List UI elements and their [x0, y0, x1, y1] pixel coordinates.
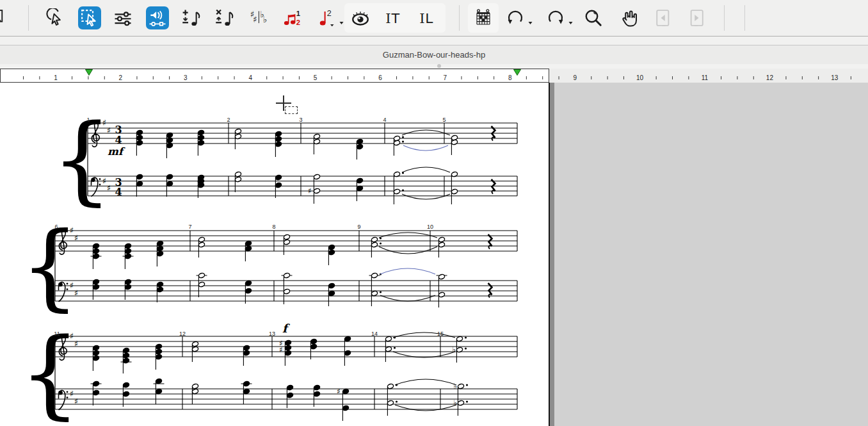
note-event[interactable] [166, 132, 173, 158]
note-event[interactable] [356, 138, 363, 160]
voice-select-button[interactable]: 12 [282, 7, 303, 29]
ruler-svg: 12345678910111213 [0, 69, 868, 83]
score-svg[interactable]: { ♯♯34 ♯♯3412345 ♯ { ♯♯ ♯♯678910 { ♯♯ ♯♯… [0, 83, 549, 426]
note-event[interactable] [136, 129, 143, 156]
zoom-tool-button[interactable] [583, 7, 604, 29]
selected-tie[interactable] [403, 145, 448, 151]
note-event[interactable] [197, 272, 207, 297]
tie[interactable] [402, 167, 450, 172]
tie[interactable] [395, 379, 456, 385]
note-event[interactable] [136, 174, 143, 197]
note-event[interactable] [344, 336, 351, 366]
insert-note-button[interactable] [181, 7, 202, 29]
key-signature-sharp: ♯ [70, 389, 74, 398]
note-event[interactable] [310, 338, 317, 359]
edit-mode-button[interactable] [0, 7, 6, 29]
note-event[interactable] [91, 243, 102, 269]
filter-settings-button[interactable] [112, 7, 134, 29]
undo-button[interactable] [504, 7, 526, 29]
tie[interactable] [402, 194, 450, 199]
key-signature-sharp: ♯ [74, 397, 78, 406]
note-event[interactable] [124, 279, 131, 300]
note-event[interactable] [385, 336, 396, 362]
lasso-pointer-icon [46, 8, 65, 28]
note-event[interactable] [234, 128, 241, 149]
note-event[interactable] [155, 343, 162, 370]
note-event[interactable]: ♯ [308, 174, 320, 204]
note-event[interactable] [488, 234, 492, 249]
undo-button-dropdown-caret[interactable] [527, 17, 533, 22]
note-event[interactable] [92, 345, 99, 371]
lasso-select-button[interactable] [45, 7, 67, 29]
note-event[interactable] [197, 174, 204, 198]
note-duration-button[interactable]: 2 [316, 7, 337, 29]
note-event[interactable] [282, 272, 293, 304]
text-tool-button[interactable]: IT [382, 7, 404, 29]
accidental: ♯ [279, 345, 283, 354]
note-event[interactable] [356, 177, 363, 201]
view-options-button[interactable] [350, 7, 371, 29]
note-event[interactable] [166, 174, 173, 197]
note-event[interactable] [197, 129, 204, 156]
score-page[interactable]: { ♯♯34 ♯♯3412345 ♯ { ♯♯ ♯♯678910 { ♯♯ ♯♯… [0, 83, 549, 426]
divider-grab-dot[interactable] [437, 64, 441, 68]
horizontal-ruler[interactable]: 12345678910111213 [0, 69, 868, 83]
accidental: ♭ [453, 382, 457, 391]
playback-settings-button[interactable] [146, 6, 169, 29]
svg-text:12: 12 [766, 74, 774, 81]
note-event[interactable] [313, 133, 320, 154]
measure-number: 14 [371, 331, 378, 337]
note-event[interactable] [234, 171, 241, 192]
tie[interactable] [395, 405, 456, 411]
measure-number: 12 [179, 331, 186, 337]
key-signature-sharp: ♯ [74, 339, 78, 348]
note-event[interactable] [328, 244, 335, 265]
note-event[interactable] [488, 283, 492, 298]
note-event[interactable] [123, 243, 134, 269]
selected-tie[interactable] [380, 268, 435, 274]
lyrics-tool-button[interactable]: IL [416, 7, 438, 29]
note-event[interactable] [328, 283, 335, 306]
note-event[interactable] [275, 174, 282, 198]
note-event[interactable] [492, 179, 495, 194]
svg-text:T: T [391, 10, 400, 26]
note-event[interactable] [245, 280, 252, 304]
delete-note-button[interactable] [214, 7, 236, 29]
dynamic-marking[interactable]: f [282, 322, 291, 335]
redo-button[interactable] [545, 7, 567, 29]
note-event[interactable] [122, 382, 129, 407]
note-event[interactable]: ♭ [452, 336, 467, 363]
tie[interactable] [379, 247, 437, 254]
note-event[interactable] [156, 240, 163, 266]
note-event[interactable] [387, 383, 398, 416]
pan-tool-button[interactable] [618, 7, 639, 29]
note-duration-button-dropdown-caret[interactable] [339, 17, 344, 22]
redo-button-dropdown-caret[interactable] [568, 17, 574, 22]
marquee-select-button[interactable] [78, 6, 101, 29]
tie[interactable] [393, 332, 455, 338]
svg-text:5: 5 [314, 74, 317, 81]
note-event[interactable] [275, 131, 282, 157]
note-event[interactable]: ♯♯ [279, 339, 291, 366]
dynamic-marking[interactable]: mf [108, 145, 125, 158]
note-event[interactable] [241, 381, 252, 404]
svg-text:6: 6 [378, 74, 382, 81]
chord-diagram-button[interactable] [472, 7, 494, 29]
note-event[interactable] [154, 378, 165, 404]
note-event[interactable] [91, 381, 102, 406]
note-event[interactable] [243, 345, 250, 366]
note-event[interactable] [156, 281, 163, 302]
tie[interactable] [402, 130, 450, 135]
note-event[interactable] [283, 234, 290, 255]
note-event[interactable] [198, 236, 205, 258]
note-event[interactable] [92, 279, 99, 300]
accidentals-button[interactable]: ♯♯♭♭ [248, 7, 270, 29]
toolbar: ♯♯♭♭122ITIL [0, 0, 868, 37]
note-event[interactable] [121, 347, 132, 373]
key-signature-sharp: ♯ [102, 176, 106, 186]
tie[interactable] [379, 233, 437, 238]
note-event[interactable] [438, 236, 445, 258]
chevron-down-icon [527, 20, 533, 26]
note-event[interactable] [451, 135, 458, 155]
note-event[interactable] [313, 384, 320, 407]
